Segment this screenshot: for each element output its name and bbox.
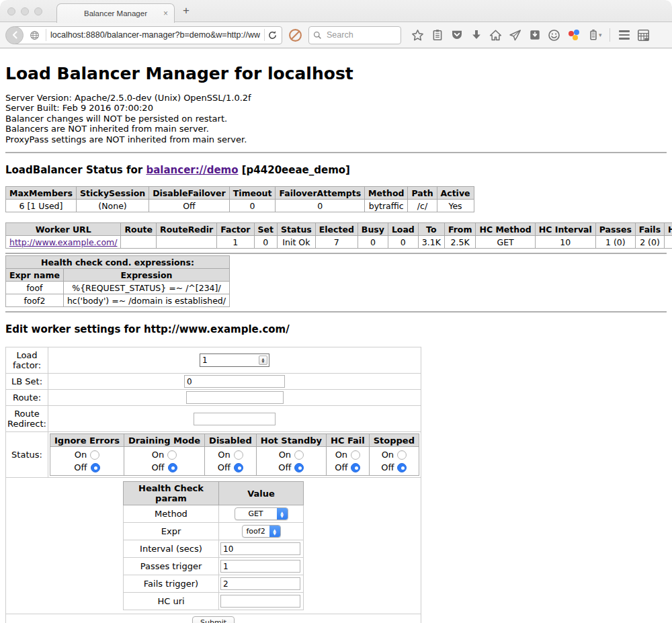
url-input[interactable] — [49, 30, 261, 40]
method-select[interactable]: GET ▲▼ — [235, 507, 288, 520]
ignore-errors-off-radio[interactable] — [91, 463, 100, 472]
cell-timeout: 0 — [229, 200, 276, 212]
cell-expression: hc('body') =~ /domain is established/ — [63, 294, 229, 307]
cell-route — [121, 236, 157, 249]
col-route: Route — [121, 223, 157, 236]
send-page-icon[interactable] — [505, 26, 525, 44]
number-stepper-icon[interactable]: ▲▼ — [259, 356, 267, 365]
url-bar[interactable] — [13, 26, 282, 44]
submit-button[interactable]: Submit — [192, 616, 235, 623]
worker-url-link[interactable]: http://www.example.com/ — [9, 237, 117, 247]
route-redirect-input[interactable] — [194, 413, 276, 425]
bookmark-star-icon[interactable] — [408, 26, 427, 44]
route-label: Route: — [6, 390, 48, 406]
status-cell-ignore-errors: On Off — [50, 447, 124, 476]
reload-button[interactable] — [267, 30, 278, 40]
lb-set-label: LB Set: — [6, 374, 48, 390]
tile-grid-icon[interactable] — [634, 26, 653, 44]
workers-table: Worker URL Route RouteRedir Factor Set S… — [5, 222, 672, 249]
minimize-window-button[interactable] — [21, 7, 29, 15]
draining-mode-off-radio[interactable] — [168, 463, 177, 472]
cell-busy: 0 — [358, 236, 388, 249]
lb-set-input[interactable] — [184, 375, 285, 388]
cell-path: /c/ — [408, 200, 437, 212]
tab-balancer-manager[interactable]: Balancer Manager × — [56, 3, 175, 23]
status-cell-draining-mode: On Off — [124, 447, 204, 476]
chat-smiley-icon[interactable] — [544, 26, 564, 44]
expr-select[interactable]: foof2 ▲▼ — [242, 525, 281, 538]
hot-standby-on-radio[interactable] — [294, 450, 304, 460]
col-disabled: Disabled — [205, 434, 257, 447]
cell-hc-method: GET — [476, 236, 535, 249]
menu-hamburger-icon[interactable] — [614, 26, 634, 44]
new-tab-button[interactable]: + — [183, 4, 190, 17]
hc-uri-input[interactable] — [220, 595, 300, 608]
stopped-on-radio[interactable] — [397, 450, 407, 460]
edit-worker-form: Load factor: ▲▼ LB Set: Route: Route Red… — [5, 347, 421, 623]
col-routeredir: RouteRedir — [157, 223, 217, 236]
status-cell-hot-standby: On Off — [256, 447, 326, 476]
divider — [5, 311, 667, 313]
hc-fail-off-radio[interactable] — [351, 463, 360, 472]
select-stepper-icon: ▲▼ — [269, 525, 280, 538]
cell-routeredir — [157, 236, 217, 249]
passes-label: Passes trigger — [124, 558, 219, 575]
hc-expressions-table: Health check cond. expressions: Expr nam… — [5, 255, 230, 307]
extension-colordots-icon[interactable] — [564, 26, 583, 44]
status-cell-stopped: On Off — [369, 447, 419, 476]
col-hc-param: Health Check param — [124, 482, 219, 505]
ignore-errors-on-radio[interactable] — [90, 450, 99, 460]
search-bar[interactable] — [308, 26, 401, 44]
zoom-window-button[interactable] — [34, 7, 42, 15]
save-to-device-icon[interactable] — [525, 26, 544, 44]
draining-mode-on-radio[interactable] — [167, 450, 177, 460]
chevron-down-icon[interactable]: ▾ — [599, 32, 605, 38]
close-window-button[interactable] — [7, 7, 15, 15]
off-label: Off — [381, 462, 394, 472]
form-row-route-redirect: Route Redirect: — [6, 406, 421, 432]
col-hc-method: HC Method — [476, 223, 535, 236]
downloads-icon[interactable] — [466, 26, 486, 44]
cell-expr-name: foof — [6, 282, 64, 294]
col-failoverattempts: FailoverAttempts — [276, 187, 365, 200]
health-check-table: Health Check param Value Method GET ▲▼ — [123, 481, 304, 610]
cell-disablefailover: Off — [149, 200, 229, 212]
tab-close-icon[interactable]: × — [163, 9, 168, 18]
col-to: To — [418, 223, 444, 236]
cell-expression: %{REQUEST_STATUS} =~ /^[234]/ — [63, 282, 229, 294]
divider — [5, 152, 667, 153]
balancer-link[interactable]: balancer://demo — [146, 164, 238, 176]
col-from: From — [444, 223, 476, 236]
interval-input[interactable] — [220, 542, 300, 555]
window-controls — [7, 7, 42, 15]
hc-fail-on-radio[interactable] — [351, 450, 360, 460]
col-timeout: Timeout — [229, 187, 276, 200]
server-info: Server Version: Apache/2.5.0-dev (Unix) … — [5, 93, 667, 144]
reading-list-icon[interactable] — [427, 26, 447, 44]
back-button[interactable] — [5, 26, 24, 44]
stopped-off-radio[interactable] — [397, 463, 407, 472]
col-hc-interval: HC Interval — [535, 223, 595, 236]
hot-standby-off-radio[interactable] — [294, 463, 304, 472]
cell-active: Yes — [437, 200, 474, 212]
content-blocked-icon[interactable] — [288, 28, 302, 42]
select-stepper-icon: ▲▼ — [277, 507, 288, 520]
disabled-off-radio[interactable] — [234, 463, 243, 472]
back-arrow-icon — [10, 30, 19, 40]
fails-input[interactable] — [220, 577, 300, 590]
route-input[interactable] — [186, 391, 284, 404]
expr-selected-value: foof2 — [243, 527, 269, 536]
load-factor-input[interactable] — [200, 356, 259, 365]
col-status: Status — [278, 223, 316, 236]
cell-status: Init Ok — [278, 236, 316, 249]
status-table: Ignore Errors Draining Mode Disabled Hot… — [50, 433, 419, 476]
balancer-status-heading: LoadBalancer Status for balancer://demo … — [5, 164, 667, 176]
search-input[interactable] — [325, 30, 392, 40]
home-icon[interactable] — [486, 26, 505, 44]
col-maxmembers: MaxMembers — [6, 187, 77, 200]
on-label: On — [279, 450, 291, 460]
pocket-icon[interactable] — [447, 26, 466, 44]
server-version-line: Server Version: Apache/2.5.0-dev (Unix) … — [5, 93, 667, 103]
passes-input[interactable] — [220, 560, 300, 573]
disabled-on-radio[interactable] — [234, 450, 243, 460]
